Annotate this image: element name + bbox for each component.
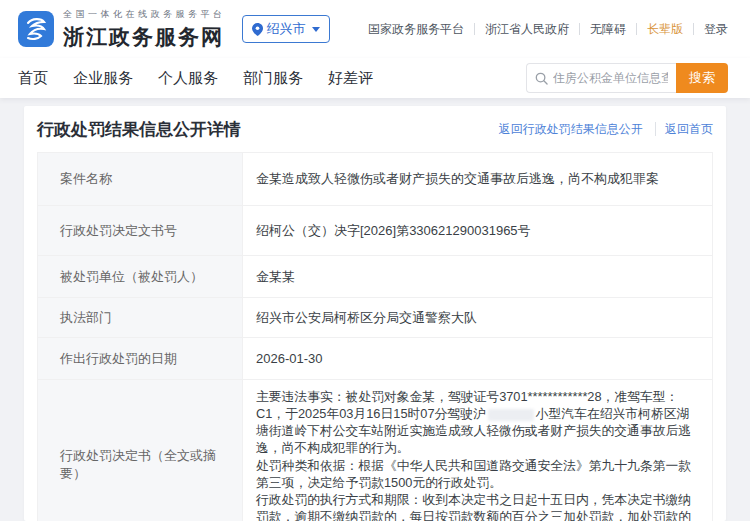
card-header: 行政处罚结果信息公开详情 返回行政处罚结果信息公开 返回首页: [37, 106, 713, 152]
brand-text: 全国一体化在线政务服务平台 浙江政务服务网: [63, 8, 226, 51]
link-provincial-government[interactable]: 浙江省人民政府: [474, 23, 579, 35]
back-to-list-link[interactable]: 返回行政处罚结果信息公开: [490, 122, 652, 136]
nav-item-personal-services[interactable]: 个人服务: [158, 69, 218, 88]
search-button[interactable]: 搜索: [676, 63, 728, 93]
table-row: 执法部门 绍兴市公安局柯桥区分局交通警察大队: [38, 298, 713, 338]
city-selector-label: 绍兴市: [267, 20, 306, 38]
detail-card: 行政处罚结果信息公开详情 返回行政处罚结果信息公开 返回首页 案件名称 金某造成…: [24, 106, 726, 521]
top-bar: 全国一体化在线政务服务平台 浙江政务服务网 绍兴市 国家政务服务平台 浙江省人民…: [0, 0, 750, 58]
decision-paragraph-facts: 主要违法事实：被处罚对象金某，驾驶证号3701************28，准驾…: [256, 388, 698, 457]
field-label: 行政处罚决定文书号: [38, 206, 243, 256]
content-area: 行政处罚结果信息公开详情 返回行政处罚结果信息公开 返回首页 案件名称 金某造成…: [0, 98, 750, 521]
platform-tagline: 全国一体化在线政务服务平台: [63, 8, 226, 21]
site-logo-icon: [18, 11, 54, 47]
top-links: 国家政务服务平台 浙江省人民政府 无障碍 长辈版 登录: [358, 23, 728, 35]
search-box: 搜索: [526, 63, 728, 93]
decision-text: 主要违法事实：被处罚对象金某，驾驶证号3701************28，准驾…: [243, 380, 713, 521]
table-row: 案件名称 金某造成致人轻微伤或者财产损失的交通事故后逃逸，尚不构成犯罪案: [38, 153, 713, 206]
back-to-home-link[interactable]: 返回首页: [655, 122, 713, 136]
location-pin-icon: [252, 23, 263, 36]
nav-item-department-services[interactable]: 部门服务: [243, 69, 303, 88]
table-row: 被处罚单位（被处罚人） 金某某: [38, 256, 713, 298]
field-label: 执法部门: [38, 298, 243, 338]
table-row: 行政处罚决定文书号 绍柯公（交）决字[2026]第330621290031965…: [38, 206, 713, 256]
nav-item-home[interactable]: 首页: [18, 69, 48, 88]
field-value: 2026-01-30: [243, 338, 713, 380]
table-row-decision: 行政处罚决定书（全文或摘要） 主要违法事实：被处罚对象金某，驾驶证号3701**…: [38, 380, 713, 521]
search-input[interactable]: [553, 71, 668, 85]
search-field[interactable]: [526, 63, 676, 93]
city-selector[interactable]: 绍兴市: [242, 15, 330, 43]
chevron-down-icon: [312, 27, 320, 32]
nav-item-rating[interactable]: 好差评: [328, 69, 373, 88]
penalty-detail-table: 案件名称 金某造成致人轻微伤或者财产损失的交通事故后逃逸，尚不构成犯罪案 行政处…: [37, 152, 713, 521]
link-elder-version[interactable]: 长辈版: [636, 23, 693, 35]
field-value: 绍柯公（交）决字[2026]第330621290031965号: [243, 206, 713, 256]
page-title: 行政处罚结果信息公开详情: [37, 118, 241, 141]
nav-bar: 首页 企业服务 个人服务 部门服务 好差评 搜索: [0, 58, 750, 98]
field-value: 金某造成致人轻微伤或者财产损失的交通事故后逃逸，尚不构成犯罪案: [243, 153, 713, 206]
search-icon: [535, 72, 548, 85]
field-label: 案件名称: [38, 153, 243, 206]
link-accessibility[interactable]: 无障碍: [579, 23, 636, 35]
field-label: 行政处罚决定书（全文或摘要）: [38, 380, 243, 521]
decision-paragraph-basis: 处罚种类和依据：根据《中华人民共和国道路交通安全法》第九十九条第一款第三项，决定…: [256, 457, 698, 491]
link-national-platform[interactable]: 国家政务服务平台: [358, 23, 474, 35]
decision-paragraph-execution: 行政处罚的执行方式和期限：收到本决定书之日起十五日内，凭本决定书缴纳罚款，逾期不…: [256, 491, 698, 521]
header-links: 返回行政处罚结果信息公开 返回首页: [490, 122, 713, 136]
field-value: 绍兴市公安局柯桥区分局交通警察大队: [243, 298, 713, 338]
redacted-license-plate: [488, 409, 534, 421]
field-label: 作出行政处罚的日期: [38, 338, 243, 380]
field-label: 被处罚单位（被处罚人）: [38, 256, 243, 298]
nav-item-enterprise-services[interactable]: 企业服务: [73, 69, 133, 88]
site-name: 浙江政务服务网: [63, 23, 226, 51]
nav-items: 首页 企业服务 个人服务 部门服务 好差评: [18, 69, 373, 88]
brand: 全国一体化在线政务服务平台 浙江政务服务网 绍兴市: [18, 8, 330, 51]
link-login[interactable]: 登录: [693, 23, 728, 35]
field-value: 金某某: [243, 256, 713, 298]
table-row: 作出行政处罚的日期 2026-01-30: [38, 338, 713, 380]
